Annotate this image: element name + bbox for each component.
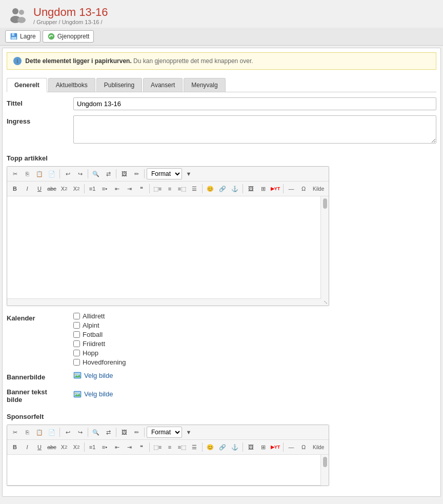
- sponsorfelt-youtube-btn[interactable]: ▶YT: [270, 441, 281, 453]
- editor-img2-btn[interactable]: 🖼: [245, 183, 256, 194]
- editor-link-btn[interactable]: 🔗: [217, 183, 228, 194]
- sponsorfelt-align-left-btn[interactable]: ⬚≡: [152, 441, 163, 453]
- kalender-fotball-checkbox[interactable]: [73, 331, 80, 338]
- breadcrumb-ungdom[interactable]: Ungdom 13-16: [62, 19, 99, 25]
- sponsorfelt-format-select[interactable]: Format: [147, 427, 182, 438]
- sponsorfelt-anchor-btn[interactable]: ⚓: [229, 441, 240, 453]
- editor-ol-btn[interactable]: ≡1: [87, 183, 98, 194]
- sponsorfelt-find-btn[interactable]: 🔍: [90, 427, 102, 438]
- lagre-button[interactable]: Lagre: [5, 30, 41, 43]
- sponsorfelt-editor-body[interactable]: [7, 455, 320, 486]
- sponsorfelt-copy-btn[interactable]: ⎘: [22, 427, 33, 438]
- kalender-allidrett-checkbox[interactable]: [73, 313, 80, 319]
- editor-italic-btn[interactable]: I: [22, 183, 33, 194]
- sponsorfelt-hr-btn[interactable]: —: [286, 441, 297, 453]
- sponsorfelt-align-center-btn[interactable]: ≡: [164, 441, 175, 453]
- sponsorfelt-strikethrough-btn[interactable]: abc: [46, 441, 57, 453]
- editor-resize-handle[interactable]: ⤡: [7, 299, 329, 306]
- editor-blockquote-btn[interactable]: ❝: [136, 183, 147, 194]
- editor-format-select[interactable]: Format: [147, 168, 182, 179]
- kalender-friidrett[interactable]: Friidrett: [73, 340, 436, 348]
- sponsorfelt-image-btn[interactable]: 🖼: [118, 427, 130, 438]
- editor-undo-btn[interactable]: ↩: [62, 168, 73, 179]
- sponsorfelt-underline-btn[interactable]: U: [34, 441, 45, 453]
- editor-emotion-btn[interactable]: 😊: [205, 183, 216, 194]
- editor-align-justify-btn[interactable]: ☰: [189, 183, 200, 194]
- sponsorfelt-cut-btn[interactable]: ✂: [9, 427, 21, 438]
- editor-subscript-btn[interactable]: X2: [58, 183, 70, 194]
- tab-menyvalg[interactable]: Menyvalg: [184, 78, 225, 92]
- topp-artikkel-editor-body[interactable]: [7, 196, 320, 299]
- editor-paste-btn[interactable]: 📋: [34, 168, 45, 179]
- sponsorfelt-source-btn[interactable]: Kilde: [310, 441, 327, 453]
- sponsorfelt-align-justify-btn[interactable]: ☰: [189, 441, 200, 453]
- editor-underline-btn[interactable]: U: [34, 183, 45, 194]
- editor-superscript-btn[interactable]: X2: [71, 183, 82, 194]
- sponsorfelt-subscript-btn[interactable]: X2: [58, 441, 70, 453]
- tab-avansert[interactable]: Avansert: [143, 78, 183, 92]
- kalender-hovedforening[interactable]: Hovedforening: [73, 358, 436, 366]
- editor-image-btn[interactable]: 🖼: [118, 168, 130, 179]
- editor-table-btn[interactable]: ⊞: [257, 183, 269, 194]
- banner-tekst-bilde-velg-bilde-btn[interactable]: Velg bilde: [73, 390, 113, 398]
- editor-draw-btn[interactable]: ✏: [131, 168, 142, 179]
- editor-hr-btn[interactable]: —: [286, 183, 297, 194]
- sponsorfelt-italic-btn[interactable]: I: [22, 441, 33, 453]
- kalender-hopp-checkbox[interactable]: [73, 350, 80, 356]
- bannerbilde-velg-bilde-btn[interactable]: Velg bilde: [73, 371, 113, 379]
- kalender-friidrett-checkbox[interactable]: [73, 340, 80, 347]
- editor-special-btn[interactable]: Ω: [298, 183, 309, 194]
- tittel-input[interactable]: [73, 97, 436, 110]
- sponsorfelt-indent-btn[interactable]: ⇥: [124, 441, 135, 453]
- editor-align-right-btn[interactable]: ≡⬚: [176, 183, 188, 194]
- editor-cut-btn[interactable]: ✂: [9, 168, 21, 179]
- kalender-fotball[interactable]: Fotball: [73, 331, 436, 338]
- kalender-alpint-checkbox[interactable]: [73, 322, 80, 329]
- sponsorfelt-paste-text-btn[interactable]: 📄: [46, 427, 57, 438]
- editor-outdent-btn[interactable]: ⇤: [111, 183, 123, 194]
- kalender-alpint[interactable]: Alpint: [73, 321, 436, 329]
- sponsorfelt-outdent-btn[interactable]: ⇤: [111, 441, 123, 453]
- editor-bold-btn[interactable]: B: [9, 183, 21, 194]
- tab-generelt[interactable]: Generelt: [7, 78, 47, 92]
- sponsorfelt-bold-btn[interactable]: B: [9, 441, 21, 453]
- editor-ul-btn[interactable]: ≡•: [99, 183, 110, 194]
- editor-redo-btn[interactable]: ↪: [74, 168, 86, 179]
- editor-paste-text-btn[interactable]: 📄: [46, 168, 57, 179]
- sponsorfelt-paste-btn[interactable]: 📋: [34, 427, 45, 438]
- sponsorfelt-ul-btn[interactable]: ≡•: [99, 441, 110, 453]
- kalender-hovedforening-checkbox[interactable]: [73, 359, 80, 366]
- sponsorfelt-superscript-btn[interactable]: X2: [71, 441, 82, 453]
- editor-youtube-btn[interactable]: ▶YT: [270, 183, 281, 194]
- sponsorfelt-format-dropdown-btn[interactable]: ▼: [183, 427, 194, 438]
- sponsorfelt-table-btn[interactable]: ⊞: [257, 441, 269, 453]
- sponsorfelt-align-right-btn[interactable]: ≡⬚: [176, 441, 188, 453]
- breadcrumb-grupper[interactable]: Grupper: [36, 19, 57, 25]
- editor-source-btn[interactable]: Kilde: [310, 183, 327, 194]
- tab-aktueltboks[interactable]: Aktueltboks: [48, 78, 95, 92]
- editor-format-dropdown-btn[interactable]: ▼: [183, 168, 194, 179]
- editor-indent-btn[interactable]: ⇥: [124, 183, 135, 194]
- editor-strikethrough-btn[interactable]: abc: [46, 183, 57, 194]
- ingress-input[interactable]: [73, 115, 436, 144]
- sponsorfelt-ol-btn[interactable]: ≡1: [87, 441, 98, 453]
- kalender-hopp[interactable]: Hopp: [73, 349, 436, 357]
- tab-publisering[interactable]: Publisering: [96, 78, 142, 92]
- sponsorfelt-undo-btn[interactable]: ↩: [62, 427, 73, 438]
- editor-find-btn[interactable]: 🔍: [90, 168, 102, 179]
- editor-anchor-btn[interactable]: ⚓: [229, 183, 240, 194]
- editor-align-left-btn[interactable]: ⬚≡: [152, 183, 163, 194]
- sponsorfelt-draw-btn[interactable]: ✏: [131, 427, 142, 438]
- editor-align-center-btn[interactable]: ≡: [164, 183, 175, 194]
- kalender-allidrett[interactable]: Allidrett: [73, 312, 436, 320]
- sponsorfelt-blockquote-btn[interactable]: ❝: [136, 441, 147, 453]
- editor-copy-btn[interactable]: ⎘: [22, 168, 33, 179]
- sponsorfelt-img2-btn[interactable]: 🖼: [245, 441, 256, 453]
- sponsorfelt-replace-btn[interactable]: ⇄: [103, 427, 114, 438]
- sponsorfelt-special-btn[interactable]: Ω: [298, 441, 309, 453]
- gjenopprett-button[interactable]: Gjenopprett: [43, 30, 94, 43]
- sponsorfelt-emotion-btn[interactable]: 😊: [205, 441, 216, 453]
- sponsorfelt-redo-btn[interactable]: ↪: [74, 427, 86, 438]
- sponsorfelt-link-btn[interactable]: 🔗: [217, 441, 228, 453]
- editor-replace-btn[interactable]: ⇄: [103, 168, 114, 179]
